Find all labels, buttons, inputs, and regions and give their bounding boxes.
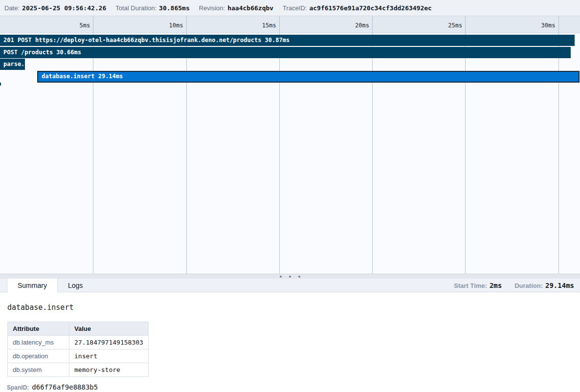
total-duration-label: Total Duration:	[115, 4, 156, 12]
meta-trace-id: TraceID: ac9f61576e91a720c34cf3dd263492e…	[283, 4, 432, 12]
attribute-value: 27.184797149158303	[69, 336, 149, 349]
span-id-label: SpanID:	[7, 384, 29, 391]
tab-summary[interactable]: Summary	[7, 279, 58, 292]
panel-resize-handle[interactable]	[0, 274, 580, 279]
span-bar[interactable]: POST /products 30.66ms	[0, 47, 571, 58]
date-value: 2025-06-25 09:56:42.26	[22, 4, 106, 12]
attribute-value: insert	[69, 349, 149, 363]
span-bar[interactable]	[0, 83, 1, 86]
drag-dot-icon	[298, 276, 300, 278]
table-row: db.operation insert	[8, 349, 149, 363]
tick-label: 10ms	[149, 22, 183, 29]
value-column-header: Value	[69, 322, 149, 336]
revision-label: Revision:	[199, 4, 225, 12]
tick-label: 25ms	[428, 22, 462, 29]
trace-meta-bar: Date: 2025-06-25 09:56:42.26 Total Durat…	[0, 0, 580, 16]
trace-id-value: ac9f61576e91a720c34cf3dd263492ec	[309, 4, 431, 12]
meta-revision: Revision: haa4cb66zqbv	[199, 4, 273, 12]
start-time-label: Start Time:	[454, 282, 487, 289]
table-row: db.system memory-store	[8, 363, 149, 377]
attribute-name: db.system	[8, 363, 69, 377]
trace-id-label: TraceID:	[283, 4, 307, 12]
timeline: 5ms10ms15ms20ms25ms30ms201 POST https://…	[0, 16, 580, 274]
meta-total-duration: Total Duration: 30.865ms	[115, 4, 189, 12]
drag-dot-icon	[289, 276, 291, 278]
attributes-table: Attribute Value db.latency_ms 27.1847971…	[7, 322, 149, 377]
span-id: SpanID: d66f76af9e8883b5	[7, 383, 573, 391]
start-time-value: 2ms	[490, 282, 502, 289]
span-duration-value: 29.14ms	[545, 282, 574, 289]
tick-label: 30ms	[521, 22, 556, 29]
span-bar[interactable]: 201 POST https://deploy-otel-haa4cb66zqb…	[0, 35, 575, 46]
tab-bar-spacer	[93, 279, 454, 292]
attribute-name: db.operation	[8, 349, 69, 363]
span-duration-label: Duration:	[514, 282, 543, 289]
attributes-header-row: Attribute Value	[8, 322, 149, 336]
meta-date: Date: 2025-06-25 09:56:42.26	[4, 4, 106, 12]
drag-dot-icon	[280, 276, 282, 278]
start-time: Start Time: 2ms	[454, 282, 502, 289]
attribute-value: memory-store	[69, 363, 149, 377]
span-bar[interactable]: parse.	[0, 59, 25, 70]
trace-viewer: Date: 2025-06-25 09:56:42.26 Total Durat…	[0, 0, 580, 392]
selected-span-name: database.insert	[7, 303, 573, 312]
summary-panel: database.insert Attribute Value db.laten…	[0, 292, 580, 392]
table-row: db.latency_ms 27.184797149158303	[8, 336, 149, 349]
date-label: Date:	[4, 4, 20, 12]
span-bar[interactable]: database.insert 29.14ms	[37, 71, 580, 83]
tab-logs[interactable]: Logs	[58, 279, 93, 292]
span-timing-info: Start Time: 2ms Duration: 29.14ms	[454, 279, 580, 292]
span-id-value: d66f76af9e8883b5	[32, 383, 98, 391]
tick-label: 20ms	[335, 22, 369, 29]
attribute-name: db.latency_ms	[8, 336, 69, 349]
revision-value: haa4cb66zqbv	[227, 4, 273, 12]
total-duration-value: 30.865ms	[159, 4, 190, 12]
detail-tab-bar: Summary Logs Start Time: 2ms Duration: 2…	[0, 279, 580, 292]
attribute-column-header: Attribute	[8, 322, 69, 336]
tick-label: 15ms	[242, 22, 276, 29]
tick-label: 5ms	[56, 22, 90, 29]
span-duration: Duration: 29.14ms	[514, 282, 574, 289]
